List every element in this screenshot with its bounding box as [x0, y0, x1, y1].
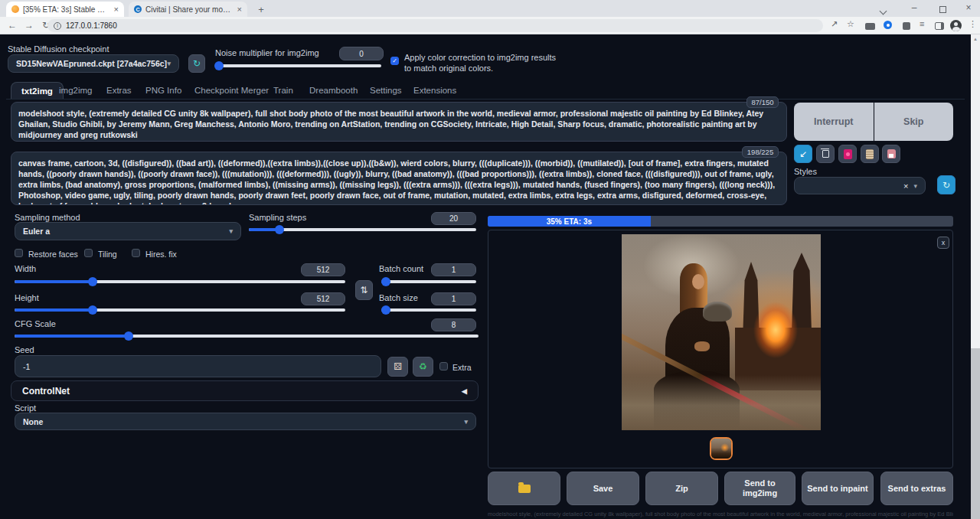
sampling-steps-label: Sampling steps [249, 213, 306, 222]
tab-train[interactable]: Train [273, 86, 293, 95]
close-preview-button[interactable]: x [937, 237, 949, 249]
chevron-down-icon: ▾ [167, 60, 171, 67]
batch-count-input[interactable]: 1 [431, 263, 476, 276]
slider-thumb[interactable] [381, 277, 390, 286]
refresh-styles-button[interactable]: ↻ [937, 175, 956, 194]
slider-thumb[interactable] [88, 277, 97, 286]
tab-img2img[interactable]: img2img [59, 86, 92, 95]
open-folder-button[interactable] [488, 472, 560, 505]
forward-button-icon[interactable]: → [24, 20, 34, 31]
zip-button[interactable]: Zip [645, 472, 718, 505]
noise-multiplier-label: Noise multiplier for img2img [215, 48, 319, 57]
swap-width-height-button[interactable]: ⇅ [355, 280, 373, 300]
batch-size-slider[interactable] [381, 308, 476, 312]
extra-networks-button[interactable] [838, 145, 857, 163]
profile-avatar[interactable] [950, 20, 962, 34]
window-menu-chevron-icon[interactable] [876, 5, 890, 16]
scrollbar-up-arrow-icon[interactable]: ▲ [971, 34, 980, 44]
side-panel-icon[interactable] [935, 22, 944, 31]
noise-multiplier-input[interactable]: 0 [339, 47, 384, 60]
width-slider[interactable] [15, 280, 345, 283]
sampling-steps-slider[interactable] [249, 228, 476, 231]
extra-seed-checkbox[interactable] [439, 362, 448, 370]
scrollbar-thumb[interactable] [971, 44, 980, 348]
back-button-icon[interactable]: ← [8, 20, 17, 31]
slider-thumb[interactable] [214, 61, 224, 70]
seed-input[interactable]: -1 [15, 355, 381, 377]
width-label: Width [15, 264, 36, 273]
batch-count-slider[interactable] [381, 280, 476, 283]
slider-thumb[interactable] [275, 225, 284, 234]
reuse-seed-button[interactable]: ♻ [413, 357, 433, 377]
generated-image-preview[interactable] [622, 234, 821, 430]
cfg-scale-slider[interactable] [15, 335, 479, 338]
apply-styles-button[interactable] [861, 145, 879, 163]
save-button[interactable]: Save [567, 472, 639, 505]
slider-thumb[interactable] [381, 305, 390, 315]
extensions-puzzle-icon[interactable] [903, 22, 910, 31]
save-style-button[interactable] [882, 145, 900, 163]
accordion-collapse-icon: ◀ [462, 387, 467, 395]
tiling-checkbox[interactable] [84, 249, 93, 257]
tab-checkpoint-merger[interactable]: Checkpoint Merger [194, 86, 269, 95]
refresh-checkpoint-button[interactable]: ↻ [188, 54, 205, 73]
interrupt-skip-group: Interrupt Skip [794, 103, 953, 141]
slider-thumb[interactable] [88, 305, 97, 315]
address-bar[interactable]: i 127.0.0.1:7860 [47, 19, 823, 32]
prompt-textarea[interactable]: modelshoot style, (extremely detailed CG… [11, 102, 787, 142]
random-seed-button[interactable]: ⚄ [387, 357, 408, 377]
checkpoint-dropdown[interactable]: SD15NewVAEpruned.ckpt [27a4ac756c] ▾ [8, 54, 179, 73]
height-input[interactable]: 512 [301, 292, 345, 305]
skip-button[interactable]: Skip [874, 103, 954, 141]
sampling-steps-input[interactable]: 20 [431, 212, 476, 225]
restore-faces-checkbox[interactable] [15, 249, 23, 257]
site-info-icon[interactable]: i [54, 22, 61, 30]
gallery-thumbnail-selected[interactable] [710, 437, 733, 460]
reading-list-icon[interactable]: ≡ [920, 19, 924, 28]
clear-prompt-button[interactable] [816, 145, 835, 163]
send-to-img2img-button[interactable]: Send to img2img [724, 472, 795, 505]
tab-extras[interactable]: Extras [106, 86, 132, 95]
tab-close-icon[interactable]: × [114, 5, 119, 14]
tab-settings[interactable]: Settings [370, 86, 402, 95]
sampling-method-dropdown[interactable]: Euler a ▾ [15, 222, 241, 240]
height-slider[interactable] [15, 308, 345, 312]
slider-thumb[interactable] [124, 331, 133, 341]
chevron-down-icon: ▾ [229, 227, 233, 235]
browser-menu-icon[interactable]: ⋮ [969, 19, 977, 29]
negative-prompt-textarea[interactable]: canvas frame, cartoon, 3d, ((disfigured)… [11, 152, 787, 205]
interrupt-button[interactable]: Interrupt [794, 103, 874, 141]
extension-grid-icon[interactable] [865, 22, 875, 31]
batch-size-input[interactable]: 1 [431, 292, 476, 305]
tab-png-info[interactable]: PNG Info [145, 86, 181, 95]
styles-dropdown[interactable]: × ▾ [794, 177, 926, 194]
paste-generation-params-button[interactable]: ↙ [794, 145, 812, 163]
clear-selection-icon[interactable]: × [903, 181, 908, 191]
cfg-scale-input[interactable]: 8 [431, 318, 476, 331]
tab-extensions[interactable]: Extensions [413, 86, 456, 95]
browser-tab-civitai[interactable]: C Civitai | Share your models × [129, 2, 247, 17]
browser-tab-stable-diffusion[interactable]: [35% ETA: 3s] Stable Diffusion × [6, 2, 124, 17]
controlnet-accordion[interactable]: ControlNet ◀ [11, 380, 479, 401]
send-to-extras-button[interactable]: Send to extras [880, 472, 953, 505]
bookmark-star-icon[interactable]: ☆ [847, 19, 854, 29]
floppy-save-icon [887, 149, 896, 158]
new-tab-button[interactable]: + [255, 3, 267, 15]
noise-multiplier-slider[interactable] [215, 64, 381, 67]
script-dropdown[interactable]: None ▾ [15, 413, 476, 430]
batch-size-label: Batch size [379, 293, 418, 302]
share-icon[interactable]: ↗ [831, 19, 838, 29]
window-close-button[interactable]: × [962, 2, 975, 13]
color-correction-checkbox[interactable]: ✓ [390, 57, 399, 65]
window-maximize-button[interactable] [936, 5, 949, 15]
send-to-inpaint-button[interactable]: Send to inpaint [802, 472, 874, 505]
tab-close-icon[interactable]: × [237, 5, 242, 14]
hires-fix-checkbox[interactable] [132, 249, 140, 257]
tab-dreambooth[interactable]: Dreambooth [309, 86, 358, 95]
progress-bar: 35% ETA: 3s [488, 216, 953, 227]
extension-blue-icon[interactable] [884, 21, 892, 31]
checkpoint-label: Stable Diffusion checkpoint [8, 44, 109, 54]
width-input[interactable]: 512 [301, 263, 345, 276]
tab-txt2img[interactable]: txt2img [11, 82, 64, 100]
window-minimize-button[interactable]: – [907, 2, 921, 13]
